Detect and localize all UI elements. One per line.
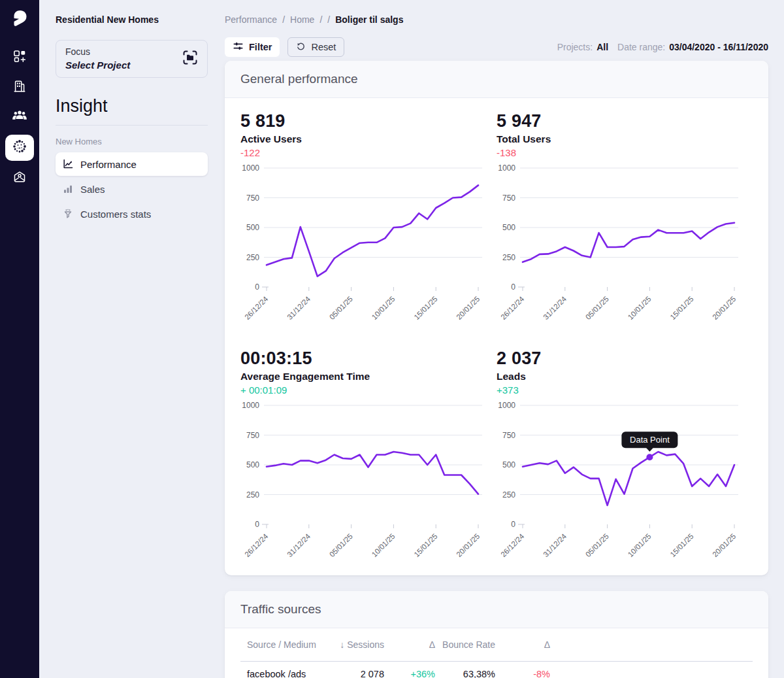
- sidebar-item-label: Performance: [80, 159, 137, 170]
- cell-source: facebook /ads: [240, 661, 332, 678]
- x-tick-label: 26/12/24: [499, 532, 526, 559]
- rail-item-messages[interactable]: [0, 163, 39, 193]
- traffic-table-body: facebook /ads2 078+36%63,38%-8%: [240, 661, 753, 678]
- x-tick-label: 10/01/25: [370, 295, 397, 321]
- insight-dots-icon: [12, 139, 27, 156]
- filter-button[interactable]: Filter: [225, 37, 280, 57]
- line-chart-icon: [62, 158, 74, 170]
- projects-label: Projects:: [557, 42, 593, 52]
- x-tick-label: 05/01/25: [328, 295, 354, 321]
- toolbar: Filter Reset Projects: All Date range:: [225, 37, 768, 57]
- divider: [56, 125, 208, 126]
- sidebar-item-label: Sales: [80, 184, 105, 195]
- stat-delta: -138: [497, 147, 753, 158]
- x-tick-label: 10/01/25: [627, 295, 653, 321]
- rail-item-customers[interactable]: [0, 103, 39, 133]
- envelope-icon: [12, 169, 27, 186]
- y-tick-label: 1000: [498, 163, 515, 173]
- breadcrumb-home[interactable]: Home: [290, 14, 314, 25]
- line-series: [523, 223, 734, 262]
- line-chart[interactable]: 0250500750100026/12/2431/12/2405/01/2510…: [497, 163, 753, 326]
- x-tick-label: 20/01/25: [455, 295, 481, 321]
- cell-sessions: 2 078: [332, 661, 384, 678]
- table-header-row: Source / Medium ↓ Sessions Δ Bounce Rate…: [240, 628, 753, 661]
- chart-active-users: 5 819 Active Users -122 0250500750100026…: [240, 111, 497, 326]
- y-tick-label: 750: [246, 194, 259, 203]
- logo-icon[interactable]: [7, 6, 33, 32]
- chart-total-users: 5 947 Total Users -138 0250500750100026/…: [497, 111, 753, 326]
- breadcrumb-separator: /: [327, 14, 330, 25]
- sliders-icon: [233, 41, 244, 54]
- focus-project-selector[interactable]: Focus Select Project: [56, 40, 208, 78]
- reset-button[interactable]: Reset: [287, 37, 344, 57]
- filter-summary: Projects: All Date range: 03/04/2020 - 1…: [557, 42, 768, 52]
- stat-label: Active Users: [240, 133, 497, 145]
- x-tick-label: 10/01/25: [370, 532, 397, 558]
- line-chart[interactable]: 0250500750100026/12/2431/12/2405/01/2510…: [240, 163, 497, 326]
- daterange-label: Date range:: [617, 42, 665, 52]
- workspace-title: Residential New Homes: [56, 14, 208, 25]
- stat-label: Average Engagement Time: [240, 371, 497, 382]
- reset-icon: [296, 41, 306, 53]
- breadcrumb-separator: /: [319, 14, 322, 25]
- card-header: General performance: [225, 61, 768, 98]
- nav-group-label: New Homes: [56, 137, 208, 146]
- x-tick-label: 05/01/25: [584, 532, 610, 558]
- rail-item-apps[interactable]: [0, 42, 39, 73]
- focus-value: Select Project: [65, 59, 130, 71]
- y-tick-label: 1000: [498, 401, 515, 410]
- y-tick-label: 1000: [242, 401, 259, 410]
- y-tick-label: 500: [246, 460, 259, 469]
- line-chart[interactable]: 0250500750100026/12/2431/12/2405/01/2510…: [497, 400, 753, 564]
- x-tick-label: 20/01/25: [711, 295, 737, 321]
- sidebar-item-performance[interactable]: Performance: [56, 152, 208, 176]
- stat-delta: -122: [240, 147, 497, 158]
- card-body: 5 819 Active Users -122 0250500750100026…: [225, 98, 768, 575]
- rail-item-insight[interactable]: [0, 133, 39, 163]
- x-tick-label: 15/01/25: [668, 532, 694, 558]
- stat-value: 5 819: [240, 111, 497, 131]
- breadcrumb-separator: /: [282, 14, 285, 25]
- y-tick-label: 1000: [242, 163, 259, 173]
- y-tick-label: 750: [246, 431, 259, 440]
- focus-frame-icon[interactable]: [181, 48, 199, 69]
- main-content: Performance / Home / / Boliger til salgs…: [218, 0, 784, 678]
- line-series: [523, 452, 734, 505]
- bar-chart-icon: [62, 183, 74, 195]
- x-tick-label: 31/12/24: [542, 532, 568, 559]
- y-tick-label: 500: [502, 223, 515, 232]
- sidebar-item-sales[interactable]: Sales: [56, 177, 208, 201]
- rail-item-projects[interactable]: [0, 73, 39, 103]
- x-tick-label: 26/12/24: [499, 295, 526, 322]
- chart-avg-engagement-time: 00:03:15 Average Engagement Time + 00:01…: [240, 348, 497, 564]
- x-tick-label: 20/01/25: [455, 532, 481, 558]
- focus-label: Focus: [65, 46, 130, 57]
- y-tick-label: 0: [255, 520, 259, 529]
- line-series: [267, 185, 478, 276]
- y-tick-label: 750: [502, 194, 515, 203]
- x-tick-label: 05/01/25: [328, 532, 354, 558]
- sidebar-item-label: Customers stats: [80, 209, 151, 220]
- stat-delta: +373: [497, 384, 753, 396]
- y-tick-label: 500: [502, 460, 515, 469]
- tooltip-label: Data Point: [630, 435, 670, 445]
- general-performance-card: General performance 5 819 Active Users -…: [225, 61, 768, 575]
- column-bounce-rate: Bounce Rate: [435, 628, 495, 661]
- x-tick-label: 31/12/24: [286, 295, 312, 322]
- x-tick-label: 05/01/25: [584, 295, 610, 321]
- section-title: Insight: [56, 96, 208, 116]
- apps-add-icon: [12, 49, 27, 66]
- breadcrumb-current: Boliger til salgs: [335, 14, 403, 25]
- column-sessions[interactable]: ↓ Sessions: [332, 628, 384, 661]
- x-tick-label: 10/01/25: [627, 532, 653, 558]
- filter-button-label: Filter: [249, 42, 272, 52]
- line-chart[interactable]: 0250500750100026/12/2431/12/2405/01/2510…: [240, 400, 497, 564]
- sidebar-item-customers-stats[interactable]: Customers stats: [56, 202, 208, 226]
- card-body: Source / Medium ↓ Sessions Δ Bounce Rate…: [225, 628, 768, 678]
- x-tick-label: 31/12/24: [542, 295, 568, 322]
- stat-value: 00:03:15: [240, 348, 497, 369]
- card-title: Traffic sources: [240, 602, 321, 617]
- stat-value: 2 037: [497, 348, 753, 369]
- column-filler: [550, 628, 753, 661]
- breadcrumb-performance[interactable]: Performance: [225, 14, 277, 25]
